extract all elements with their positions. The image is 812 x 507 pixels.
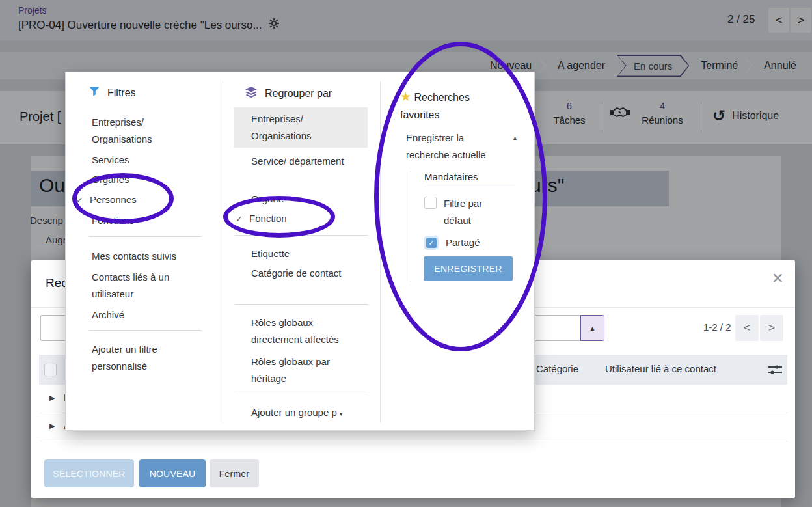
column-divider <box>380 81 381 422</box>
caret-up-icon: ▲ <box>589 325 596 332</box>
shared-label: Partagé <box>446 234 480 251</box>
filter-item-entreprises[interactable]: Entreprises/ Organisations <box>92 114 206 148</box>
groupby-item-organe[interactable]: Organe <box>251 191 284 208</box>
groupby-item-entreprises-highlighted[interactable]: Entreprises/ Organisations <box>234 107 368 148</box>
column-options-icon[interactable] <box>768 364 782 377</box>
filter-item-fonctions[interactable]: Fonctions <box>92 212 134 229</box>
add-custom-group[interactable]: Ajouter un groupe p ▾ <box>251 404 376 421</box>
select-all-checkbox[interactable] <box>44 364 57 376</box>
check-icon: ✓ <box>76 195 83 205</box>
menu-divider <box>89 330 201 331</box>
filter-icon <box>89 87 100 99</box>
list-pager-next-button[interactable]: > <box>760 315 783 341</box>
filter-item-contacts-utilisateur[interactable]: Contacts liés à un utilisateur <box>92 269 197 303</box>
favorites-header: ★ Recherches favorites <box>400 88 493 124</box>
expand-arrow-icon[interactable]: ▶ <box>49 394 55 402</box>
groupby-item-entreprises-label: Entreprises/ Organisations <box>234 107 349 144</box>
filter-item-mes-contacts[interactable]: Mes contacts suivis <box>92 248 176 265</box>
filters-title: Filtres <box>107 87 136 99</box>
groupby-item-categorie[interactable]: Catégorie de contact <box>251 265 349 282</box>
menu-divider <box>89 236 201 237</box>
new-button[interactable]: NOUVEAU <box>139 459 206 487</box>
favorite-name-input[interactable]: Mandataires <box>424 171 515 187</box>
search-options-panel: Filtres Entreprises/ Organisations Servi… <box>65 72 535 431</box>
menu-divider <box>235 394 368 394</box>
filter-item-services[interactable]: Services <box>92 152 129 169</box>
add-custom-filter[interactable]: Ajouter un filtre personnalisé <box>92 341 189 375</box>
filter-item-personnes[interactable]: ✓ Personnes <box>76 191 137 208</box>
list-pager: 1-2 / 2 <box>703 322 731 333</box>
close-icon[interactable]: × <box>772 268 783 288</box>
save-current-search-label: Enregistrer la recherche actuelle <box>406 130 502 163</box>
caret-up-icon: ▲ <box>512 135 518 141</box>
groupby-item-roles-directs[interactable]: Rôles globaux directement affectés <box>251 314 363 348</box>
groupby-item-roles-heritage[interactable]: Rôles globaux par héritage <box>251 353 357 387</box>
star-icon: ★ <box>400 90 411 103</box>
add-custom-group-label: Ajouter un groupe p <box>251 407 337 418</box>
groupby-item-fonction-label: Fonction <box>249 213 287 224</box>
chevron-left-icon: < <box>744 322 750 335</box>
groupby-item-service[interactable]: Service/ département <box>251 153 349 170</box>
dialog-title-fragment: Rec <box>46 276 68 290</box>
checkbox-unchecked-icon[interactable] <box>424 197 437 209</box>
check-icon: ✓ <box>426 238 437 248</box>
shared-checkbox-row[interactable]: ✓ Partagé <box>424 234 521 251</box>
save-current-search[interactable]: Enregistrer la recherche actuelle ▲ <box>406 130 515 163</box>
close-button[interactable]: Fermer <box>210 459 259 487</box>
groupby-item-etiquette[interactable]: Etiquette <box>251 245 290 262</box>
column-header-category[interactable]: Catégorie <box>536 363 578 374</box>
groupby-item-fonction[interactable]: ✓ Fonction <box>236 210 287 227</box>
search-dropdown-toggle[interactable]: ▲ <box>580 315 604 341</box>
filter-item-archive[interactable]: Archivé <box>92 307 124 323</box>
column-header-user[interactable]: Utilisateur lié à ce contact <box>605 363 716 374</box>
chevron-right-icon: > <box>768 322 775 335</box>
caret-down-icon: ▾ <box>340 411 343 417</box>
check-icon: ✓ <box>236 214 243 224</box>
filter-item-organes[interactable]: Organes <box>92 171 129 188</box>
list-pager-previous-button[interactable]: < <box>735 315 759 341</box>
groupby-header: Regrouper par <box>245 87 332 100</box>
app-window: Projets [PRO-04] Ouverture nouvelle crèc… <box>0 0 812 507</box>
column-divider <box>223 81 223 422</box>
default-filter-label: Filtre par défaut <box>444 195 500 229</box>
filter-item-personnes-label: Personnes <box>90 194 137 205</box>
menu-divider <box>235 235 368 236</box>
favorites-title: Recherches favorites <box>400 92 470 120</box>
layers-icon <box>245 87 257 100</box>
expand-arrow-icon[interactable]: ▶ <box>49 422 55 430</box>
menu-divider <box>235 304 368 305</box>
save-favorite-button[interactable]: ENREGISTRER <box>424 256 513 281</box>
select-button[interactable]: SÉLECTIONNER <box>44 459 134 487</box>
default-filter-checkbox-row[interactable]: Filtre par défaut <box>424 195 521 229</box>
filters-header: Filtres <box>89 87 136 99</box>
checkbox-checked-icon[interactable]: ✓ <box>424 236 439 250</box>
groupby-title: Regrouper par <box>265 88 332 100</box>
